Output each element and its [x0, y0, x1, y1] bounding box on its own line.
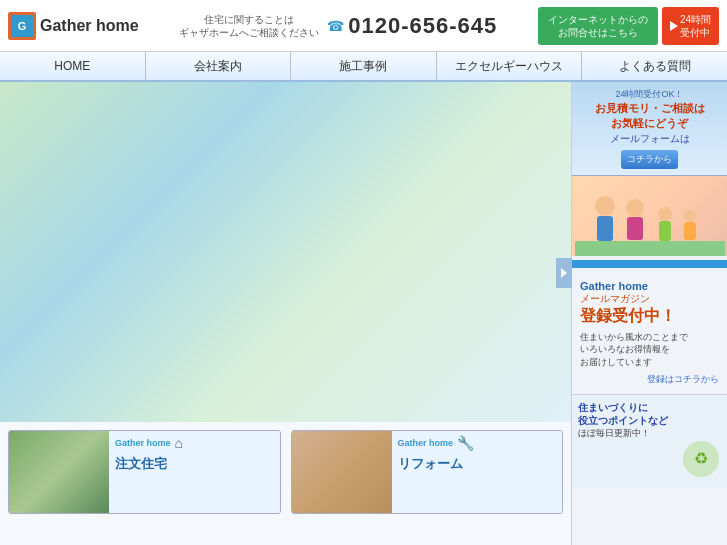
- header-tagline: 住宅に関することは ギャザホームへご相談ください: [179, 13, 319, 39]
- card-header-1: Gather home ⌂: [115, 435, 274, 451]
- header-contact: 住宅に関することは ギャザホームへご相談ください ☎ 0120-656-645: [139, 13, 538, 39]
- card-header-2: Gather home 🔧: [398, 435, 557, 451]
- logo-letter: G: [18, 20, 27, 32]
- logo-area: G Gather home: [8, 12, 139, 40]
- card-title-2: リフォーム: [398, 455, 557, 473]
- content-area: Gather home ⌂ 注文住宅 Gather home 🔧 リフォーム: [0, 82, 572, 545]
- main-nav: HOME 会社案内 施工事例 エクセルギーハウス よくある質問: [0, 52, 727, 82]
- play-icon: [670, 21, 678, 31]
- svg-rect-7: [684, 222, 696, 240]
- card-image-1: [9, 431, 109, 513]
- card-brand-2: Gather home: [398, 438, 454, 448]
- eco-icon-area: ♻: [578, 439, 721, 482]
- svg-point-2: [626, 199, 644, 217]
- inquiry-line2: お問合せはこちら: [548, 26, 648, 39]
- 24h-line2: 受付中: [680, 26, 711, 39]
- banner-line2: お気軽にどうぞ: [578, 116, 721, 131]
- bottom-banner-sub: ほぼ毎日更新中！: [578, 427, 721, 440]
- trees-image: [9, 431, 109, 513]
- inquiry-line1: インターネットからの: [548, 13, 648, 26]
- card-reform[interactable]: Gather home 🔧 リフォーム: [291, 430, 564, 514]
- card-brand-1: Gather home: [115, 438, 171, 448]
- sidebar-divider-bar: [572, 260, 727, 268]
- svg-rect-5: [659, 221, 671, 241]
- wrench-icon: 🔧: [457, 435, 474, 451]
- mag-desc-line3: お届けしています: [580, 356, 719, 369]
- card-info-1: Gather home ⌂ 注文住宅: [109, 431, 280, 513]
- nav-item-excel[interactable]: エクセルギーハウス: [437, 52, 583, 80]
- header-tel-area: ☎ 0120-656-645: [327, 13, 497, 39]
- page-header: G Gather home 住宅に関することは ギャザホームへご相談ください ☎…: [0, 0, 727, 52]
- banner-line1: お見積モリ・ご相談は: [578, 101, 721, 116]
- banner-btn[interactable]: コチラから: [621, 150, 678, 169]
- magazine-type: メールマガジン: [580, 292, 719, 306]
- card-custom-home[interactable]: Gather home ⌂ 注文住宅: [8, 430, 281, 514]
- card-image-2: [292, 431, 392, 513]
- header-buttons: インターネットからの お問合せはこちら 24時間 受付中: [538, 7, 719, 45]
- nav-item-faq[interactable]: よくある質問: [582, 52, 727, 80]
- nav-item-cases[interactable]: 施工事例: [291, 52, 437, 80]
- nav-item-home[interactable]: HOME: [0, 52, 146, 80]
- magazine-link[interactable]: 登録はコチラから: [580, 373, 719, 386]
- svg-text:♻: ♻: [694, 450, 708, 467]
- tagline-line2: ギャザホームへご相談ください: [179, 26, 319, 39]
- family-illustration: [572, 176, 727, 256]
- sidebar-magazine: Gather home メールマガジン 登録受付中！ 住まいから風水のことまで …: [572, 272, 727, 395]
- logo-icon: G: [8, 12, 36, 40]
- sbb-title-line2: 役立つポイントなど: [578, 414, 721, 427]
- mag-desc-line1: 住まいから風水のことまで: [580, 331, 719, 344]
- 24h-text: 24時間 受付中: [680, 13, 711, 39]
- sidebar: 24時間受付OK！ お見積モリ・ご相談は お気軽にどうぞ メールフォームは コチ…: [572, 82, 727, 545]
- svg-point-4: [658, 207, 672, 221]
- main-visual: [0, 82, 571, 422]
- banner-ok-text: 24時間受付OK！: [578, 88, 721, 101]
- card-info-2: Gather home 🔧 リフォーム: [392, 431, 563, 513]
- logo-inner: G: [11, 15, 33, 37]
- tel-icon: ☎: [327, 18, 344, 34]
- magazine-brand: Gather home: [580, 280, 719, 292]
- mag-desc-line2: いろいろなお得情報を: [580, 343, 719, 356]
- banner-main-text: お見積モリ・ご相談は お気軽にどうぞ: [578, 101, 721, 132]
- banner-sub-text: メールフォームは: [578, 132, 721, 146]
- eco-icon: ♻: [681, 439, 721, 479]
- sbb-title-line1: 住まいづくりに: [578, 401, 721, 414]
- bottom-banner-title: 住まいづくりに 役立つポイントなど: [578, 401, 721, 427]
- main-area: Gather home ⌂ 注文住宅 Gather home 🔧 リフォーム: [0, 82, 727, 545]
- logo-text: Gather home: [40, 17, 139, 35]
- svg-rect-3: [627, 217, 643, 240]
- svg-rect-1: [597, 216, 613, 241]
- sidebar-bottom-banner: 住まいづくりに 役立つポイントなど ほぼ毎日更新中！ ♻: [572, 395, 727, 489]
- family-svg: [575, 176, 725, 256]
- inquiry-button[interactable]: インターネットからの お問合せはこちら: [538, 7, 658, 45]
- phone-number: 0120-656-645: [348, 13, 497, 39]
- 24h-line1: 24時間: [680, 13, 711, 26]
- 24h-button[interactable]: 24時間 受付中: [662, 7, 719, 45]
- tagline-line1: 住宅に関することは: [179, 13, 319, 26]
- nav-item-company[interactable]: 会社案内: [146, 52, 292, 80]
- card-title-1: 注文住宅: [115, 455, 274, 473]
- svg-rect-8: [575, 241, 725, 256]
- bottom-cards: Gather home ⌂ 注文住宅 Gather home 🔧 リフォーム: [0, 422, 571, 522]
- svg-point-0: [595, 196, 615, 216]
- sofa-image: [292, 431, 392, 513]
- magazine-status: 登録受付中！: [580, 306, 719, 327]
- svg-point-6: [684, 210, 696, 222]
- house-icon: ⌂: [175, 435, 183, 451]
- sidebar-banner: 24時間受付OK！ お見積モリ・ご相談は お気軽にどうぞ メールフォームは コチ…: [572, 82, 727, 176]
- magazine-description: 住まいから風水のことまで いろいろなお得情報を お届けしています: [580, 331, 719, 369]
